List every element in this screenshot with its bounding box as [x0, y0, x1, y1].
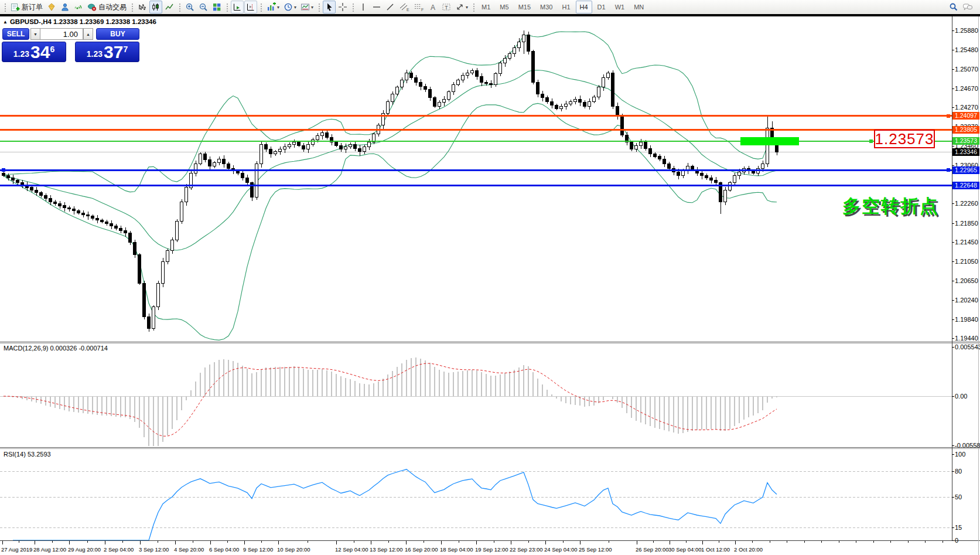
cursor-button[interactable] [323, 1, 336, 13]
toolbar-grip[interactable] [131, 2, 134, 12]
timeframe-m30[interactable]: M30 [536, 1, 556, 13]
text-button[interactable]: A [426, 1, 439, 13]
templates-button[interactable]: ▾ [299, 1, 315, 13]
signal-icon [74, 2, 83, 12]
candle-body [129, 233, 132, 242]
candle-body [705, 176, 708, 178]
candle-body [77, 211, 80, 213]
tile-windows-button[interactable] [210, 1, 223, 13]
zoom-out-button[interactable] [197, 1, 210, 13]
indicators-button[interactable]: ▾ [265, 1, 281, 13]
search-button[interactable] [947, 1, 960, 13]
timeframe-d1[interactable]: D1 [593, 1, 610, 13]
zoom-in-button[interactable] [183, 1, 196, 13]
candlestick-chart-button[interactable] [149, 1, 162, 13]
time-label: 29 Aug 20:00 [68, 546, 101, 553]
candle-body [237, 171, 240, 173]
candle-body [504, 59, 507, 63]
caret-up-icon: ▲ [86, 32, 90, 36]
candle-body [148, 316, 151, 328]
vertical-line-icon [358, 2, 368, 12]
candle-body [335, 142, 338, 146]
text-label-button[interactable]: T [440, 1, 453, 13]
vertical-line-button[interactable] [357, 1, 370, 13]
one-click-trading-panel: SELL ▼ 1.00 ▲ BUY 1.23346 1.23377 [2, 28, 140, 63]
sell-price-button[interactable]: 1.23346 [2, 42, 66, 62]
price-callout-box[interactable]: 1.23573 [874, 130, 935, 148]
fibonacci-button[interactable]: F [412, 1, 426, 13]
candle-body [410, 73, 413, 77]
rsi-layer [0, 469, 952, 540]
candle-body [7, 176, 10, 178]
hline-price-label-box [952, 126, 979, 134]
candle-body [16, 181, 19, 183]
new-order-button[interactable]: 新订单 [9, 1, 45, 13]
rsi-tick-label: 0 [955, 537, 958, 544]
auto-scroll-icon [233, 2, 242, 12]
timeframe-m15[interactable]: M15 [514, 1, 535, 13]
equidistant-channel-button[interactable]: E [397, 1, 411, 13]
cursor-icon [325, 2, 334, 12]
chat-button[interactable] [961, 1, 975, 13]
timeframe-h1[interactable]: H1 [558, 1, 574, 13]
time-axis[interactable]: 27 Aug 201928 Aug 12:0029 Aug 20:002 Sep… [1, 541, 943, 553]
timeframe-mn[interactable]: MN [630, 1, 648, 13]
buy-button[interactable]: BUY [96, 28, 139, 40]
candle-body [26, 185, 29, 188]
candle-body [424, 86, 427, 90]
line-chart-button[interactable] [163, 1, 176, 13]
rsi-pane [0, 449, 952, 540]
timeframe-h4[interactable]: H4 [576, 1, 592, 13]
arrows-button[interactable]: ▾ [453, 1, 470, 13]
auto-scroll-button[interactable] [231, 1, 244, 13]
collapse-arrow-icon[interactable]: ▲ [3, 19, 8, 25]
buy-price-button[interactable]: 1.23377 [75, 42, 139, 62]
toolbar-grip[interactable] [317, 2, 320, 12]
price-axis[interactable]: 1.258801.254801.250701.246701.242701.238… [952, 27, 979, 342]
timeframe-w1[interactable]: W1 [611, 1, 629, 13]
annotation-text[interactable]: 多空转折点 [842, 194, 939, 219]
toolbar-grip[interactable] [226, 2, 228, 12]
volume-decrease-button[interactable]: ▼ [30, 28, 40, 40]
horizontal-line-button[interactable] [370, 1, 383, 13]
candle-body [677, 172, 680, 176]
wallet-button[interactable] [45, 1, 58, 13]
signals-button[interactable] [72, 1, 85, 13]
arrows-icon [455, 2, 465, 12]
candle-body [68, 207, 71, 209]
volume-input[interactable]: 1.00 [40, 28, 83, 40]
profile-button[interactable] [59, 1, 71, 13]
crosshair-button[interactable] [336, 1, 349, 13]
candle-body [265, 145, 268, 149]
chart-canvas[interactable]: 1.258801.254801.250701.246701.242701.238… [0, 0, 980, 555]
sell-button[interactable]: SELL [2, 28, 29, 40]
chart-panes[interactable] [0, 16, 952, 540]
macd-axis[interactable]: 0.0055430.00-0.005583 [952, 343, 980, 449]
highlight-rectangle[interactable] [740, 137, 799, 145]
hline-objects-layer[interactable] [0, 114, 952, 185]
trendline-button[interactable] [384, 1, 397, 13]
search-icon [949, 2, 958, 12]
bar-chart-button[interactable] [136, 1, 149, 13]
timeframe-m5[interactable]: M5 [496, 1, 513, 13]
price-tick-label: 1.25070 [955, 66, 978, 73]
timeframe-m1[interactable]: M1 [477, 1, 494, 13]
toolbar-grip[interactable] [472, 2, 475, 12]
time-label: 4 Sep 20:00 [174, 546, 204, 553]
candle-body [387, 101, 390, 113]
current-price-label-box [952, 148, 979, 156]
toolbar-grip[interactable] [4, 2, 6, 12]
toolbar-grip[interactable] [259, 2, 262, 12]
toolbar-grip[interactable] [351, 2, 354, 12]
toolbar-grip[interactable] [178, 2, 181, 12]
shift-chart-button[interactable] [244, 1, 257, 13]
rsi-axis[interactable]: 1008050150 [952, 451, 965, 544]
candle-body [190, 173, 193, 188]
highlight-layer[interactable] [740, 137, 799, 145]
auto-trading-button[interactable]: 自动交易 [86, 1, 128, 13]
volume-increase-button[interactable]: ▲ [83, 28, 93, 40]
periods-button[interactable]: ▾ [282, 1, 298, 13]
candle-body [96, 218, 99, 220]
time-label: 30 Sep 04:00 [668, 546, 702, 553]
candle-body [349, 145, 352, 147]
